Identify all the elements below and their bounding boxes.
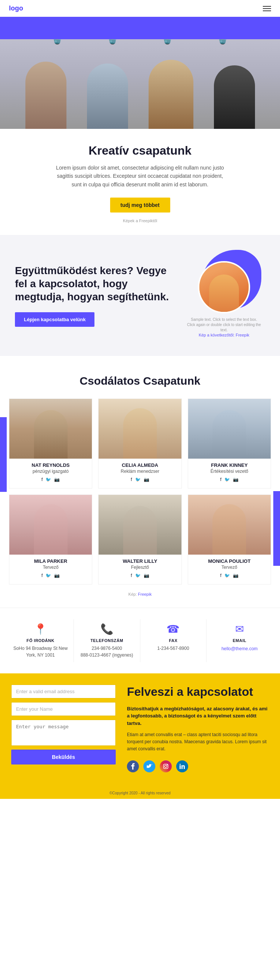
mila-title: Tervező [10, 565, 92, 570]
collab-person-photo [198, 261, 250, 313]
cta-heading: Felveszi a kapcsolatot [127, 684, 269, 699]
team-card-frank: FRANK KINNEY Értékesítési vezető f 🐦 📷 [188, 398, 271, 488]
team-card-nat: NAT REYNOLDS pénzügyi igazgató f 🐦 📷 [9, 398, 92, 488]
contact-info-section: 📍 FŐ IRODÁNK SoHo 94 Broadway St New Yor… [0, 608, 280, 673]
email-icon: ✉ [210, 623, 269, 635]
hero-section: 💡 💡 💡 💡 [0, 17, 280, 129]
contact-office: 📍 FŐ IRODÁNK SoHo 94 Broadway St New Yor… [8, 619, 74, 662]
logo: logo [9, 5, 23, 12]
hamburger-menu[interactable] [263, 6, 271, 11]
mila-twitter[interactable]: 🐦 [46, 573, 51, 578]
frank-social: f 🐦 📷 [188, 477, 270, 482]
creative-heading: Kreatív csapatunk [30, 144, 250, 158]
email-input[interactable] [11, 684, 116, 698]
cta-facebook[interactable] [127, 760, 139, 772]
fax-label: FAX [144, 638, 203, 643]
mila-social: f 🐦 📷 [10, 573, 92, 578]
walter-social: f 🐦 📷 [99, 573, 181, 578]
team-card-mila: MILA PARKER Tervező f 🐦 📷 [9, 495, 92, 584]
cta-body-text: Etiam at amet convallis erat – class apt… [127, 731, 269, 753]
monica-twitter[interactable]: 🐦 [224, 573, 230, 578]
walter-facebook[interactable]: f [130, 573, 132, 578]
celia-facebook[interactable]: f [130, 477, 132, 482]
celia-title: Reklám menedzser [99, 469, 181, 474]
frank-instagram[interactable]: 📷 [233, 477, 239, 482]
walter-photo [99, 495, 181, 555]
cta-instagram[interactable] [160, 760, 172, 772]
contact-email: ✉ EMAIL hello@theme.com [207, 619, 272, 662]
mila-instagram[interactable]: 📷 [54, 573, 60, 578]
celia-name: CELIA ALMEDA [99, 462, 181, 468]
team-card-monica: MONICA POULIOT Tervező f 🐦 📷 [188, 495, 271, 584]
office-label: FŐ IRODÁNK [11, 638, 70, 643]
learn-more-button[interactable]: tudj meg többet [110, 197, 170, 213]
monica-title: Tervező [188, 565, 270, 570]
email-link[interactable]: hello@theme.com [221, 646, 258, 651]
nat-twitter[interactable]: 🐦 [46, 477, 51, 482]
cta-bold-text: Biztosíthatjuk a megbízhatóságot, az ala… [127, 705, 269, 727]
message-input[interactable] [11, 720, 116, 746]
celia-instagram[interactable]: 📷 [144, 477, 150, 482]
team-section: Csodálatos Csapatunk NAT REYNOLDS pénzüg… [0, 356, 280, 608]
header: logo [0, 0, 280, 17]
team-accent-right [273, 491, 280, 566]
contact-fax: ☎ FAX 1-234-567-8900 [140, 619, 207, 662]
person-1 [25, 62, 67, 129]
office-value: SoHo 94 Broadway St New York, NY 1001 [11, 645, 70, 659]
frank-title: Értékesítési vezető [188, 469, 270, 474]
phone-icon: 📞 [78, 623, 136, 635]
contact-form: Beküldés [11, 684, 116, 765]
frank-facebook[interactable]: f [220, 477, 221, 482]
celia-twitter[interactable]: 🐦 [135, 477, 141, 482]
svg-point-1 [165, 765, 167, 767]
walter-instagram[interactable]: 📷 [144, 573, 150, 578]
form-cta-section: Beküldés Felveszi a kapcsolatot Biztosít… [0, 673, 280, 787]
monica-name: MONICA POULIOT [188, 558, 270, 564]
monica-facebook[interactable]: f [220, 573, 221, 578]
cta-twitter[interactable] [143, 760, 155, 772]
team-card-walter: WALTER LILLY Fejlesztő f 🐦 📷 [98, 495, 181, 584]
svg-point-4 [180, 764, 181, 765]
collab-person-area: Sample text. Click to select the text bo… [183, 254, 265, 337]
nat-social: f 🐦 📷 [10, 477, 92, 482]
nat-name: NAT REYNOLDS [10, 462, 92, 468]
mila-facebook[interactable]: f [41, 573, 43, 578]
footer-note: ©Copyright 2020 - All rights reserved [0, 787, 280, 799]
creative-team-section: Kreatív csapatunk Lorem ipsum dolor sit … [0, 129, 280, 235]
mila-photo [10, 495, 92, 555]
cta-area: Felveszi a kapcsolatot Biztosíthatjuk a … [127, 684, 269, 772]
submit-button[interactable]: Beküldés [11, 749, 116, 765]
frank-twitter[interactable]: 🐦 [224, 477, 230, 482]
person-2 [87, 64, 128, 129]
walter-title: Fejlesztő [99, 565, 181, 570]
nat-facebook[interactable]: f [41, 477, 43, 482]
team-card-celia: CELIA ALMEDA Reklám menedzser f 🐦 📷 [98, 398, 181, 488]
phone-label: TELEFONSZÁM [78, 638, 136, 643]
creative-body: Lorem ipsum dolor sit amet, consectetur … [54, 164, 226, 189]
monica-photo [188, 495, 270, 555]
frank-photo [188, 399, 270, 459]
monica-social: f 🐦 📷 [188, 573, 270, 578]
freepik-link[interactable]: Freepik [138, 592, 152, 597]
email-label: EMAIL [210, 638, 269, 643]
collab-sample-text: Sample text. Click to select the text bo… [187, 317, 261, 333]
fax-icon: ☎ [144, 623, 203, 635]
contact-button[interactable]: Lépjen kapcsolatba velünk [15, 312, 94, 327]
image-credit: Képek a Freepiktől [123, 218, 157, 223]
cta-linkedin[interactable] [176, 760, 188, 772]
nat-instagram[interactable]: 📷 [54, 477, 60, 482]
collab-section: Együttműködést keres? Vegye fel a kapcso… [0, 235, 280, 356]
team-grid: NAT REYNOLDS pénzügyi igazgató f 🐦 📷 CEL… [9, 398, 271, 584]
nat-title: pénzügyi igazgató [10, 469, 92, 474]
person-4 [214, 65, 255, 129]
celia-social: f 🐦 📷 [99, 477, 181, 482]
mila-name: MILA PARKER [10, 558, 92, 564]
name-input[interactable] [11, 702, 116, 716]
location-icon: 📍 [11, 623, 70, 635]
contact-phone: 📞 TELEFONSZÁM 234-9876-5400888-0123-4667… [74, 619, 140, 662]
fax-value: 1-234-567-8900 [144, 645, 203, 652]
monica-instagram[interactable]: 📷 [233, 573, 239, 578]
nat-photo [10, 399, 92, 459]
cta-social-links [127, 760, 269, 772]
walter-twitter[interactable]: 🐦 [135, 573, 141, 578]
